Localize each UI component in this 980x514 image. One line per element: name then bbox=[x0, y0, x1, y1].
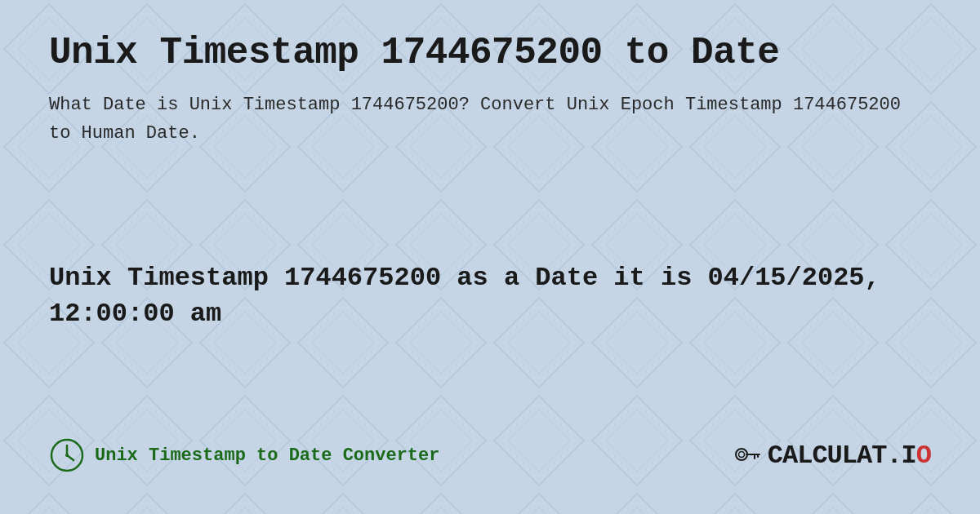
result-text: Unix Timestamp 1744675200 as a Date it i… bbox=[49, 260, 931, 334]
footer-link[interactable]: Unix Timestamp to Date Converter bbox=[49, 437, 439, 473]
logo-icon bbox=[732, 440, 763, 471]
svg-point-9 bbox=[738, 452, 744, 458]
svg-point-7 bbox=[65, 454, 69, 457]
clock-icon bbox=[49, 437, 85, 473]
footer-link-text: Unix Timestamp to Date Converter bbox=[95, 445, 439, 466]
calculat-logo[interactable]: CALCULAT.IO bbox=[732, 440, 931, 471]
svg-point-8 bbox=[736, 449, 747, 460]
page-title: Unix Timestamp 1744675200 to Date bbox=[49, 33, 931, 74]
description-text: What Date is Unix Timestamp 1744675200? … bbox=[49, 91, 931, 148]
logo-text: CALCULAT.IO bbox=[768, 441, 931, 471]
